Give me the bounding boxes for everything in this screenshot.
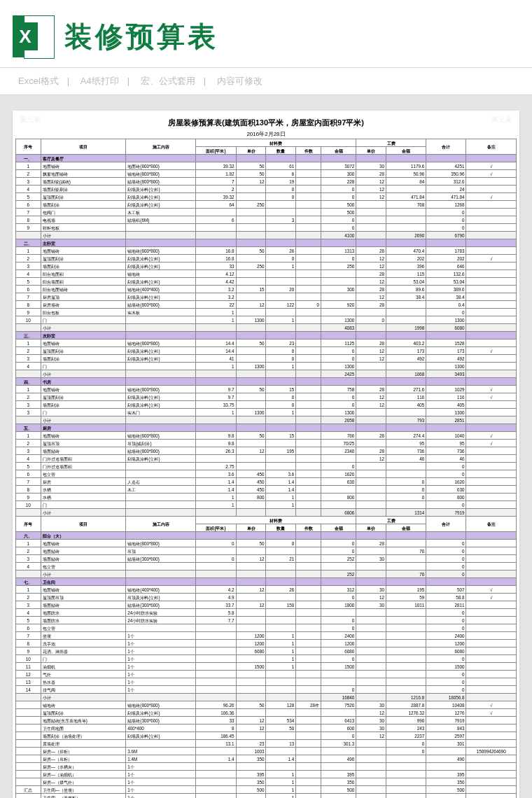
table-row: 1地面铺砖铺地砖(800*800)16.85026131328470.41783 xyxy=(16,247,517,255)
page-title: 装修预算表 xyxy=(64,18,218,56)
sheet-date: 2016年2月28日 xyxy=(15,130,517,139)
table-row: 2屋顶吊顶吊顶(或刮涂)9.870/259595√ xyxy=(16,440,517,447)
table-row: 5屋顶面刮涂刮墙及涂料(立邦)39.320012471.84471.84√ xyxy=(16,193,517,201)
table-row: 4墙面刮瓷刷涂刮墙及涂料(立邦)2001224 xyxy=(16,186,517,193)
table-row: 屋顶面刮涂刮墙及涂料(立邦)106.36121276.321276√ xyxy=(16,709,517,717)
table-row: 6包立管3.64503.616200 xyxy=(16,470,517,478)
table-row: 小计168401216.818056.8 xyxy=(16,694,517,701)
table-row: 13热水器1个0 xyxy=(16,678,517,686)
table-head: 序号项目施工内容材料费工费合计备注面积(平米)单价数量件数金额单价金额 xyxy=(16,139,517,155)
table-row: 11油烟机1个1500115001500 xyxy=(16,663,517,671)
table-row: 汇总卫生间—（坐便）1个5001500500 xyxy=(16,786,517,794)
table-row: 9阳台包板实木板10 xyxy=(16,309,517,316)
table-row: 小计680613147919 xyxy=(16,509,517,517)
table-row: 小计242510683493 xyxy=(16,370,517,378)
table-row: 卫生间地面400*4008125060030243843 xyxy=(16,724,517,732)
table-row: 8厨房墙砖贴墙砖(800*800)22121220920280.4 xyxy=(16,301,517,309)
table-row: 8水槽木工1.44501.40630 xyxy=(16,486,517,493)
table-row: 4地面防水24小时防水实验5.80 xyxy=(16,609,517,617)
excel-icon xyxy=(13,15,55,57)
table-row: 五、厨房 xyxy=(16,424,517,432)
table-row: 2地面贴砖吊顶0700 xyxy=(16,547,517,555)
table-row: 厨房—（油烟机）1个3951395395 xyxy=(16,771,517,778)
page-body: 氢元素 氢元素 氢元素 氢元素 房屋装修预算表(建筑面积130平米，房屋室内面积… xyxy=(0,95,532,798)
table-row: 小计408319986080 xyxy=(16,324,517,332)
table-row: 卫生间—（洗漱柜）1个1 xyxy=(16,794,517,799)
table-row: 5阳台墙面积刮墙及涂料(立邦)4.421253.0453.04 xyxy=(16,278,517,286)
table-row: 4门外过道墙面积刮墙及涂料(立邦)124646 xyxy=(16,455,517,463)
table-row: 三、次卧室 xyxy=(16,332,517,340)
meta-print: A4纸打印 xyxy=(80,76,119,86)
table-row: 3墙面贴砖贴墙砖(300*600)33.71215018003010112811 xyxy=(16,601,517,609)
table-row: 7厨房人造石1.44501.463001620 xyxy=(16,478,517,486)
table-row: 6包立管00 xyxy=(16,624,517,632)
table-row: 4门11300113001300 xyxy=(16,363,517,370)
table-row: 2屋顶面吊顶吊顶及涂料(立邦)4.90125958.8√ xyxy=(16,594,517,601)
table-row: 9花洒、淋雨器1个6080160806080 xyxy=(16,648,517,655)
table-row: 一、客厅及餐厅 xyxy=(16,155,517,162)
table-row: 6阳台地面铺砖铺地砖(400*400)3.215203002889.6389.6 xyxy=(16,286,517,293)
table-row: 2飘窗地面铺砖铺地砖(800*800)1.825063002850.96350.… xyxy=(16,170,517,178)
table-row: 9鞋柜包板00 xyxy=(16,224,517,232)
table-row: 3墙面刮瓷(踢砖)贴墙砖(800*800)712192281284312.6 xyxy=(16,178,517,186)
table-row: 四、书房 xyxy=(16,378,517,386)
budget-table: 序号项目施工内容材料费工费合计备注面积(平米)单价数量件数金额单价金额 一、客厅… xyxy=(15,139,517,798)
table-row: 厨房—（掉柜）3.6M10030150994264690 xyxy=(16,748,517,755)
meta-bar: Excel格式| A4纸打印| 宏、公式套用| 内容可修改 xyxy=(0,68,532,95)
table-row: 1地面铺砖铺地砖(800*800)05000280 xyxy=(16,540,517,547)
table-row: 原墙处理13.12313301.30301 xyxy=(16,740,517,748)
table-row: 12气灶1个0 xyxy=(16,671,517,678)
table-row: 小计410026906790 xyxy=(16,232,517,239)
table-row: 10门113001130001300 xyxy=(16,316,517,324)
meta-macro: 宏、公式套用 xyxy=(141,76,195,86)
table-row: 1地面铺砖铺地砖(800*800)14.45023112528403.21528 xyxy=(16,340,517,347)
table-row: 7包阀门木工板5000 xyxy=(16,209,517,216)
table-row: 1地面铺砖铺地砖(800*800)9.8501576628274.41040√ xyxy=(16,432,517,440)
table-row: 9水槽180018000800 xyxy=(16,493,517,501)
table-row: 1地面铺砖铺地砖(800*800)9.7501575828271.61029√ xyxy=(16,386,517,393)
table-row: 8洗手池1个1200112001200 xyxy=(16,640,517,648)
table-row: 厨房—（水槽灰）1个 xyxy=(16,763,517,771)
table-row: 1地面铺砖地面砖(800*800)39.3250613072301179.642… xyxy=(16,162,517,170)
table-row: 地面贴砖(含压条地角等)贴墙砖(300*600)3312534641330990… xyxy=(16,717,517,724)
table-row: 3墙面刮涂刮墙及涂料(立邦)33.750012405405 xyxy=(16,401,517,409)
table-row: 1地面铺砖铺地砖(400*400)4.2122631230195507√ xyxy=(16,586,517,594)
table-row: 8电视墙贴墙纸(6M)6300 xyxy=(16,216,517,224)
table-row: 小计252700 xyxy=(16,570,517,578)
table-row: 六、阳台（大） xyxy=(16,532,517,540)
table-body: 一、客厅及餐厅1地面铺砖地面砖(800*800)39.3250613072301… xyxy=(16,155,517,799)
meta-edit: 内容可修改 xyxy=(217,76,262,86)
table-row: 3墙面贴砖贴墙砖(300*600)01221252300 xyxy=(16,555,517,563)
table-row: 2屋顶面刮涂刮墙及涂料(立邦)16.80012202202√ xyxy=(16,255,517,262)
table-row: 3墙面刮涂刮墙及涂料(立邦)33250125012396646 xyxy=(16,262,517,270)
table-row: 2屋顶面刮涂刮墙及涂料(立邦)14.40012173173√ xyxy=(16,347,517,355)
table-row: 10门110 xyxy=(16,501,517,509)
table-row: 3墙面刮涂刮墙及涂料(立邦)410012492492 xyxy=(16,355,517,363)
table-row: 墙面刮涂（油墙处理）刮墙及涂料(立邦)186.4501222372597 xyxy=(16,732,517,740)
table-row: 4阳台地面积铺地砖4.1228115132.6 xyxy=(16,270,517,278)
table-row: 七、卫生间 xyxy=(16,578,517,586)
table-row: 7坐便1个1200124002400 xyxy=(16,632,517,640)
table-row: 3门实木门11300113001300 xyxy=(16,409,517,416)
meta-format: Excel格式 xyxy=(18,76,59,86)
table-row: 厨房—（吊柜）1.4M1.43501.4490490 xyxy=(16,755,517,763)
table-row: 3墙面贴砖贴墙砖(800*800)26.312195234028736736 xyxy=(16,447,517,455)
table-row: 铺地砖铺地砖(800*800)96.265012828件7520302887.8… xyxy=(16,701,517,709)
table-row: 小计20587932851 xyxy=(16,416,517,424)
table-row: 10门1个100 xyxy=(16,655,517,663)
header: 装修预算表 xyxy=(0,0,532,68)
table-row: 厨房—（煤气灶）1个3501350350 xyxy=(16,778,517,786)
spreadsheet-preview: 氢元素 氢元素 氢元素 氢元素 房屋装修预算表(建筑面积130平米，房屋室内面积… xyxy=(13,111,519,798)
table-row: 二、主卧室 xyxy=(16,239,517,247)
table-row: 14排气阀1个00 xyxy=(16,686,517,694)
sheet-title: 房屋装修预算表(建筑面积130平米，房屋室内面积97平米) xyxy=(15,116,517,130)
table-row: 5墙面防水24小时防水实验7.700 xyxy=(16,617,517,624)
table-row: 5门外过道墙面积2.7500 xyxy=(16,463,517,470)
table-row: 2屋顶面刮涂刮墙及涂料(立邦)9.70012116116√ xyxy=(16,393,517,401)
table-row: 4包立管0 xyxy=(16,563,517,570)
table-row: 6墙面刮涂刮墙及涂料(立邦)642505007681268 xyxy=(16,201,517,209)
table-row: 7厨房屋顶刮墙及涂料(立邦)3.21238.438.4 xyxy=(16,293,517,301)
